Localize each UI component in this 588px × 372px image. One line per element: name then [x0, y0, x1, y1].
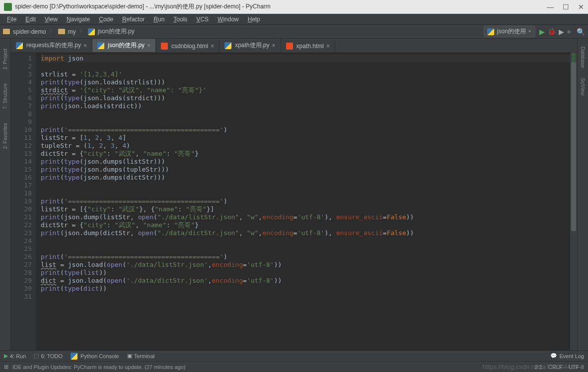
run-config-combo[interactable]: json的使用 ▼: [484, 26, 535, 37]
editor-area: requests库的使用.py×json的使用.py×csdnblog.html…: [11, 39, 577, 350]
tool-icon: ⬚: [34, 353, 39, 359]
breadcrumb-item[interactable]: my: [68, 28, 76, 35]
status-indicator[interactable]: 2:1: [535, 364, 542, 370]
search-icon[interactable]: 🔍: [577, 28, 585, 36]
toggle-tool-windows-icon[interactable]: ⊞: [4, 364, 8, 370]
tool----todo[interactable]: ⬚6: TODO: [34, 353, 63, 360]
menu-vcs[interactable]: VCS: [192, 15, 213, 24]
navigation-bar: spider-demo〉my〉json的使用.py json的使用 ▼ ▶ 🐞 …: [0, 25, 588, 39]
tab-label: xpath使用.py: [235, 41, 269, 50]
menu-file[interactable]: File: [3, 15, 20, 24]
python-file-icon: [487, 28, 494, 35]
close-tab-icon[interactable]: ×: [83, 42, 87, 49]
folder-icon: [3, 29, 10, 34]
code-editor[interactable]: 1234567891011121314151617181920212223242…: [11, 53, 577, 350]
maximize-button[interactable]: ☐: [563, 3, 569, 11]
debug-button[interactable]: 🐞: [548, 28, 556, 35]
tool-icon: ▣: [127, 353, 132, 359]
tool----run[interactable]: ▶4: Run: [4, 353, 26, 360]
event-log-icon: 💬: [550, 353, 557, 359]
python-file-icon: [224, 42, 231, 49]
bottom-tool-bar: ▶4: Run⬚6: TODOPython Console▣Terminal 💬…: [0, 350, 588, 361]
tool-terminal[interactable]: ▣Terminal: [127, 353, 155, 360]
editor-tab[interactable]: requests库的使用.py×: [11, 39, 92, 52]
menu-run[interactable]: Run: [149, 15, 168, 24]
stop-button[interactable]: ■: [567, 28, 571, 35]
menu-navigate[interactable]: Navigate: [63, 15, 94, 24]
tool-label: 6: TODO: [41, 353, 63, 359]
statusbar: ⊞ IDE and Plugin Updates: PyCharm is rea…: [0, 361, 588, 372]
tab-label: csdnblog.html: [171, 43, 208, 50]
python-file-icon: [97, 42, 104, 49]
tool-window----structure[interactable]: 7: Structure: [2, 83, 8, 109]
run-coverage-button[interactable]: ▶: [559, 28, 564, 36]
tab-label: xpath.html: [296, 43, 324, 50]
breadcrumb-item[interactable]: json的使用.py: [98, 27, 135, 36]
vertical-scrollbar[interactable]: [570, 53, 577, 350]
tool-label: Python Console: [80, 353, 119, 359]
event-log-button[interactable]: 💬 Event Log: [550, 353, 584, 359]
menu-help[interactable]: Help: [244, 15, 264, 24]
menu-view[interactable]: View: [41, 15, 62, 24]
editor-tab[interactable]: csdnblog.html×: [156, 40, 220, 52]
editor-tab[interactable]: xpath.html×: [281, 40, 335, 52]
menu-refactor[interactable]: Refactor: [118, 15, 148, 24]
window-titlebar: spider-demo [D:\Python\workspace\spider-…: [0, 0, 588, 14]
close-tab-icon[interactable]: ×: [272, 42, 276, 49]
breadcrumb[interactable]: spider-demo〉my〉json的使用.py: [3, 27, 135, 36]
run-config-label: json的使用: [497, 27, 526, 36]
tab-label: requests库的使用.py: [26, 41, 81, 50]
tool-icon: [71, 353, 77, 360]
close-tab-icon[interactable]: ×: [211, 43, 214, 50]
tool-label: 4: Run: [10, 353, 26, 359]
run-button[interactable]: ▶: [539, 28, 545, 36]
status-indicator[interactable]: UTF-8: [569, 364, 584, 370]
tool-python-console[interactable]: Python Console: [71, 353, 119, 360]
tool-label: Terminal: [134, 353, 155, 359]
menu-code[interactable]: Code: [95, 15, 117, 24]
folder-icon: [58, 29, 65, 34]
app-icon: [4, 3, 12, 11]
tool-window-sciview[interactable]: SciView: [580, 78, 586, 95]
left-tool-gutter: 1: Project7: Structure2: Favorites: [0, 39, 11, 350]
close-tab-icon[interactable]: ×: [147, 42, 150, 49]
minimize-button[interactable]: —: [547, 3, 554, 11]
close-tab-icon[interactable]: ×: [326, 43, 330, 50]
window-title: spider-demo [D:\Python\workspace\spider-…: [15, 2, 547, 11]
html-file-icon: [286, 43, 293, 50]
menu-edit[interactable]: Edit: [21, 15, 40, 24]
editor-tab[interactable]: json的使用.py×: [92, 39, 156, 52]
menu-window[interactable]: Window: [214, 15, 243, 24]
tab-label: json的使用.py: [108, 41, 145, 50]
editor-tabs: requests库的使用.py×json的使用.py×csdnblog.html…: [11, 39, 577, 53]
editor-tab[interactable]: xpath使用.py×: [220, 39, 281, 52]
menubar: FileEditViewNavigateCodeRefactorRunTools…: [0, 14, 588, 25]
chevron-down-icon: ▼: [528, 29, 532, 34]
close-button[interactable]: ✕: [578, 3, 584, 11]
html-file-icon: [161, 43, 168, 50]
status-indicator[interactable]: CRLF: [548, 364, 563, 370]
breadcrumb-item[interactable]: spider-demo: [13, 28, 46, 35]
python-file-icon: [16, 42, 23, 49]
tool-icon: ▶: [4, 353, 8, 359]
python-file-icon: [88, 28, 95, 35]
event-log-label: Event Log: [559, 353, 584, 359]
gutter-line-numbers: 1234567891011121314151617181920212223242…: [11, 53, 36, 350]
code-content[interactable]: import json strlist = '[1,2,3,4]'print(t…: [36, 53, 570, 350]
tool-window----favorites[interactable]: 2: Favorites: [2, 123, 8, 149]
tool-window-database[interactable]: Database: [580, 47, 586, 68]
scroll-thumb[interactable]: [571, 62, 576, 231]
status-message: IDE and Plugin Updates: PyCharm is ready…: [12, 364, 186, 370]
right-tool-gutter: DatabaseSciView: [577, 39, 588, 350]
menu-tools[interactable]: Tools: [169, 15, 191, 24]
tool-window----project[interactable]: 1: Project: [2, 49, 8, 69]
